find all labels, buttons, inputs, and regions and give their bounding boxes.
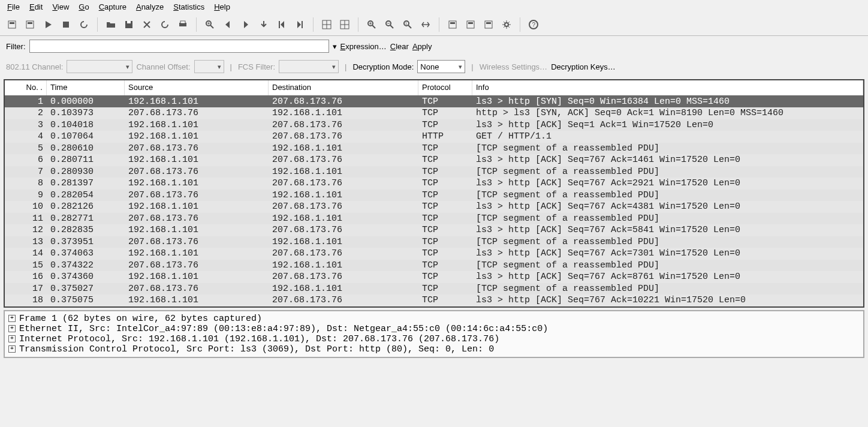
col-header-source[interactable]: Source <box>125 80 269 95</box>
packet-row[interactable]: 60.280711192.168.1.101207.68.173.76TCPls… <box>5 154 863 166</box>
help-icon[interactable]: ? <box>525 16 542 33</box>
menu-edit[interactable]: Edit <box>26 1 46 13</box>
svg-rect-8 <box>180 21 185 23</box>
packet-row[interactable]: 10.000000192.168.1.101207.68.173.76TCPls… <box>5 96 863 108</box>
packet-row[interactable]: 170.375027207.68.173.76192.168.1.101TCP[… <box>5 283 863 295</box>
menu-statistics[interactable]: Statistics <box>170 1 208 13</box>
svg-rect-19 <box>450 22 455 24</box>
cell-source: 192.168.1.101 <box>125 96 269 108</box>
display-filters-icon[interactable] <box>462 16 479 33</box>
capture-options-icon[interactable] <box>22 16 38 33</box>
cell-info: ls3 > http [ACK] Seq=767 Ack=10221 Win=1… <box>472 294 863 306</box>
col-header-time[interactable]: Time <box>47 80 125 95</box>
capture-filters-icon[interactable] <box>444 16 461 33</box>
cell-time: 0.104018 <box>47 119 125 131</box>
decryption-keys-button[interactable]: Decryption Keys… <box>551 62 616 71</box>
packet-row[interactable]: 110.282771207.68.173.76192.168.1.101TCP[… <box>5 213 863 225</box>
find-icon[interactable] <box>201 16 218 33</box>
capture-start-icon[interactable] <box>40 16 56 33</box>
interfaces-icon[interactable] <box>4 16 20 33</box>
filter-dropdown-icon[interactable]: ▾ <box>333 42 337 51</box>
packet-row[interactable]: 30.104018192.168.1.101207.68.173.76TCPls… <box>5 119 863 131</box>
detail-tree-item[interactable]: +Frame 1 (62 bytes on wire, 62 bytes cap… <box>8 314 860 324</box>
svg-rect-10 <box>279 21 280 28</box>
cell-destination: 192.168.1.101 <box>269 213 418 225</box>
cell-source: 192.168.1.101 <box>125 178 269 190</box>
col-header-protocol[interactable]: Protocol <box>418 80 472 95</box>
packet-row[interactable]: 40.107064192.168.1.101207.68.173.76HTTPG… <box>5 131 863 143</box>
cell-protocol: TCP <box>418 166 472 178</box>
open-icon[interactable] <box>103 16 119 33</box>
menu-analyze[interactable]: Analyze <box>132 1 167 13</box>
expand-icon[interactable]: + <box>8 325 16 332</box>
packet-row[interactable]: 160.374360192.168.1.101207.68.173.76TCPl… <box>5 271 863 283</box>
menu-go[interactable]: Go <box>75 1 92 13</box>
expand-icon[interactable]: + <box>8 335 16 342</box>
resize-columns-icon[interactable] <box>417 16 434 33</box>
cell-source: 192.168.1.101 <box>125 154 269 166</box>
expand-icon[interactable]: + <box>8 345 16 353</box>
svg-rect-23 <box>486 22 491 24</box>
preferences-icon[interactable] <box>498 16 515 33</box>
packet-list-pane: No. . Time Source Destination Protocol I… <box>4 79 864 308</box>
layout2-icon[interactable] <box>336 16 353 33</box>
col-header-destination[interactable]: Destination <box>269 80 418 95</box>
channel-select <box>67 60 132 73</box>
packet-row[interactable]: 180.375075192.168.1.101207.68.173.76TCPl… <box>5 294 863 306</box>
packet-list-header[interactable]: No. . Time Source Destination Protocol I… <box>5 80 863 96</box>
packet-row[interactable]: 130.373951207.68.173.76192.168.1.101TCP[… <box>5 236 863 248</box>
clear-button[interactable]: Clear <box>390 42 409 51</box>
cell-time: 0.103973 <box>47 107 125 119</box>
save-icon[interactable] <box>120 16 137 33</box>
col-header-no[interactable]: No. . <box>5 80 47 95</box>
cell-time: 0.374063 <box>47 248 125 260</box>
packet-row[interactable]: 140.374063192.168.1.101207.68.173.76TCPl… <box>5 248 863 260</box>
menu-view[interactable]: View <box>49 1 73 13</box>
cell-info: ls3 > http [ACK] Seq=767 Ack=8761 Win=17… <box>472 271 863 283</box>
capture-stop-icon[interactable] <box>58 16 74 33</box>
expand-icon[interactable]: + <box>8 315 16 322</box>
go-last-icon[interactable] <box>291 16 308 33</box>
cell-protocol: TCP <box>418 224 472 236</box>
packet-row[interactable]: 90.282054207.68.173.76192.168.1.101TCP[T… <box>5 190 863 202</box>
reload-icon[interactable] <box>156 16 173 33</box>
cell-no: 17 <box>5 283 47 295</box>
go-first-icon[interactable] <box>273 16 290 33</box>
packet-row[interactable]: 120.282835192.168.1.101207.68.173.76TCPl… <box>5 224 863 236</box>
packet-row[interactable]: 100.282126192.168.1.101207.68.173.76TCPl… <box>5 201 863 213</box>
packet-row[interactable]: 50.280610207.68.173.76192.168.1.101TCP[T… <box>5 143 863 155</box>
packet-row[interactable]: 80.281397192.168.1.101207.68.173.76TCPls… <box>5 178 863 190</box>
cell-source: 192.168.1.101 <box>125 119 269 131</box>
packet-row[interactable]: 150.374322207.68.173.76192.168.1.101TCP[… <box>5 260 863 272</box>
menu-file[interactable]: File <box>4 1 23 13</box>
print-icon[interactable] <box>174 16 191 33</box>
expression-button[interactable]: Expression… <box>340 42 387 51</box>
detail-tree-item[interactable]: +Ethernet II, Src: IntelCor_a4:97:89 (00… <box>8 324 860 334</box>
forward-icon[interactable] <box>237 16 254 33</box>
cell-info: ls3 > http [ACK] Seq=767 Ack=7301 Win=17… <box>472 248 863 260</box>
packet-row[interactable]: 20.103973207.68.173.76192.168.1.101TCPht… <box>5 107 863 119</box>
packet-row[interactable]: 70.280930207.68.173.76192.168.1.101TCP[T… <box>5 166 863 178</box>
capture-restart-icon[interactable] <box>76 16 92 33</box>
apply-button[interactable]: Apply <box>412 42 432 51</box>
jump-icon[interactable] <box>255 16 272 33</box>
zoom-reset-icon[interactable]: 1 <box>399 16 416 33</box>
filter-input[interactable] <box>29 40 329 53</box>
cell-time: 0.282835 <box>47 224 125 236</box>
detail-tree-item[interactable]: +Transmission Control Protocol, Src Port… <box>8 344 860 354</box>
menu-help[interactable]: Help <box>210 1 234 13</box>
zoom-in-icon[interactable] <box>363 16 380 33</box>
layout1-icon[interactable] <box>318 16 335 33</box>
detail-tree-item[interactable]: +Internet Protocol, Src: 192.168.1.101 (… <box>8 334 860 344</box>
close-icon[interactable] <box>138 16 155 33</box>
cell-time: 0.281397 <box>47 178 125 190</box>
back-icon[interactable] <box>219 16 236 33</box>
decryption-mode-select[interactable]: None <box>417 60 465 73</box>
cell-time: 0.282771 <box>47 213 125 225</box>
cell-source: 207.68.173.76 <box>125 213 269 225</box>
coloring-rules-icon[interactable] <box>480 16 497 33</box>
col-header-info[interactable]: Info <box>472 80 863 95</box>
zoom-out-icon[interactable] <box>381 16 398 33</box>
cell-destination: 207.68.173.76 <box>269 119 418 131</box>
menu-capture[interactable]: Capture <box>95 1 130 13</box>
